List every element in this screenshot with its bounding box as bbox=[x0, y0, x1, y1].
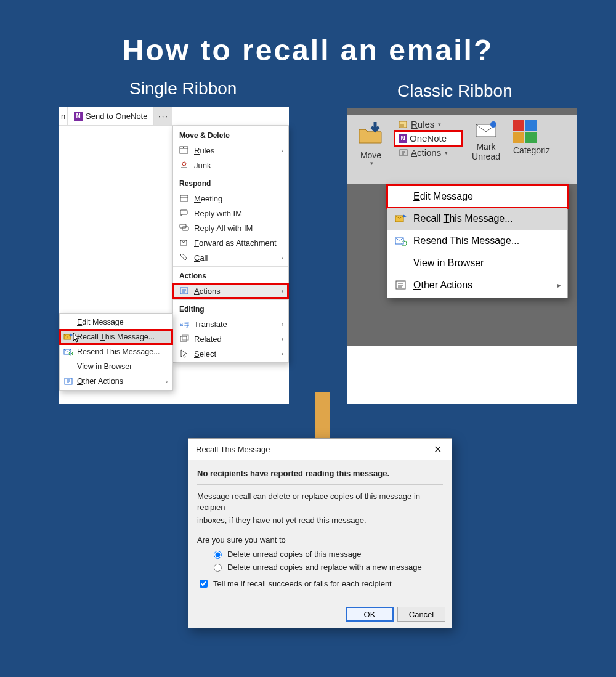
resend-label: Resend This Message... bbox=[413, 235, 519, 246]
reply-all-im-item[interactable]: Reply All with IM bbox=[173, 221, 288, 235]
more-commands-button[interactable]: ··· bbox=[154, 107, 172, 125]
cancel-button[interactable]: Cancel bbox=[397, 607, 445, 622]
edit-message-label: EEdit Messagedit Message bbox=[77, 318, 124, 326]
resend-icon bbox=[63, 347, 73, 357]
junk-icon bbox=[179, 160, 189, 170]
tell-me-checkbox[interactable]: Tell me if recall succeeds or fails for … bbox=[197, 578, 443, 590]
translate-label: Translate bbox=[194, 320, 227, 329]
edit-message-item[interactable]: Edit Message bbox=[387, 185, 567, 208]
meeting-item[interactable]: Meeting bbox=[173, 191, 288, 206]
recall-label: Recall This Message... bbox=[413, 213, 513, 224]
onenote-button[interactable]: N OneNote bbox=[395, 131, 461, 145]
resend-label: Resend This Message... bbox=[77, 347, 160, 356]
chevron-right-icon: › bbox=[282, 321, 283, 328]
junk-item[interactable]: Junk bbox=[173, 158, 288, 172]
resend-message-item[interactable]: Resend This Message... bbox=[387, 230, 567, 252]
meeting-label: Meeting bbox=[194, 194, 222, 203]
radio-replace-input[interactable] bbox=[214, 564, 222, 572]
related-label: Related bbox=[194, 334, 222, 344]
radio-replace[interactable]: Delete unread copies and replace with a … bbox=[211, 562, 443, 572]
dialog-headline: No recipients have reported reading this… bbox=[197, 469, 443, 478]
other-actions-icon bbox=[63, 376, 73, 386]
recall-message-item[interactable]: Recall This Message... bbox=[387, 208, 567, 230]
view-in-browser-label: View in Browser bbox=[77, 362, 132, 371]
classic-toolbar: Move ▾ Rules ▾ N OneNote Actions ▾ bbox=[347, 115, 577, 184]
folder-move-icon bbox=[357, 120, 385, 148]
select-item[interactable]: Select › bbox=[173, 346, 288, 361]
edit-message-item[interactable]: EEdit Messagedit Message bbox=[60, 315, 172, 330]
recall-icon bbox=[63, 332, 73, 342]
dialog-title: Recall This Message bbox=[196, 445, 270, 454]
recall-dialog: Recall This Message ✕ No recipients have… bbox=[188, 438, 452, 628]
radio-replace-label: Delete unread copies and replace with a … bbox=[227, 562, 422, 572]
other-actions-item[interactable]: Other Actions ▸ bbox=[387, 274, 567, 296]
recall-label: Recall This Message... bbox=[77, 333, 155, 341]
dialog-question: Are you sure you want to bbox=[197, 535, 443, 546]
tell-me-input[interactable] bbox=[200, 580, 208, 588]
send-to-onenote-label: Send to OneNote bbox=[86, 111, 147, 121]
ribbon-bar: n N Send to OneNote ··· bbox=[59, 107, 289, 126]
resend-message-item[interactable]: Resend This Message... bbox=[60, 344, 172, 359]
call-label: Call bbox=[194, 253, 208, 262]
radio-delete-input[interactable] bbox=[214, 551, 222, 559]
ok-button[interactable]: OK bbox=[346, 607, 394, 622]
group-editing: Editing bbox=[173, 301, 288, 317]
translate-item[interactable]: a字 Translate › bbox=[173, 317, 288, 331]
related-item[interactable]: Related › bbox=[173, 331, 288, 346]
resend-icon bbox=[395, 235, 407, 247]
onenote-icon: N bbox=[399, 134, 407, 143]
dialog-explain-2: inboxes, if they have not yet read this … bbox=[197, 515, 443, 526]
close-button[interactable]: ✕ bbox=[430, 444, 445, 455]
tell-me-label: Tell me if recall succeeds or fails for … bbox=[213, 579, 392, 588]
related-icon bbox=[179, 334, 189, 344]
categories-icon bbox=[513, 120, 537, 143]
rules-icon bbox=[179, 145, 189, 155]
radio-delete[interactable]: Delete unread copies of this message bbox=[211, 549, 443, 559]
group-actions: Actions bbox=[173, 268, 288, 283]
chat-icon bbox=[179, 208, 189, 218]
group-respond: Respond bbox=[173, 176, 288, 191]
view-in-browser-label: View in Browser bbox=[413, 257, 484, 269]
cursor-icon bbox=[179, 349, 189, 359]
reply-im-label: Reply with IM bbox=[194, 209, 242, 218]
reply-im-item[interactable]: Reply with IM bbox=[173, 206, 288, 221]
actions-label: Actions bbox=[194, 286, 221, 296]
page-title: How to recall an email? bbox=[0, 33, 616, 67]
other-actions-label: Other Actions bbox=[413, 280, 472, 291]
chevron-right-icon: › bbox=[282, 351, 283, 357]
classic-actions-menu: Edit Message Recall This Message... Rese… bbox=[387, 184, 568, 298]
move-button[interactable]: Move ▾ bbox=[347, 115, 395, 184]
other-actions-icon bbox=[395, 279, 407, 291]
actions-item[interactable]: Actions › bbox=[173, 283, 288, 298]
recall-icon bbox=[395, 213, 407, 225]
dropdown-triangle-icon: ▾ bbox=[445, 150, 448, 156]
actions-button[interactable]: Actions ▾ bbox=[395, 145, 461, 160]
dropdown-triangle-icon: ▾ bbox=[438, 121, 441, 128]
blank-icon bbox=[395, 190, 407, 203]
categorize-button[interactable]: Categoriz bbox=[511, 115, 577, 184]
call-item[interactable]: Call › bbox=[173, 250, 288, 265]
rules-button[interactable]: Rules ▾ bbox=[395, 117, 461, 131]
view-in-browser-item[interactable]: View in Browser bbox=[387, 252, 567, 274]
rules-label: Rules bbox=[194, 146, 214, 155]
rules-icon bbox=[399, 120, 408, 129]
chevron-right-icon: › bbox=[282, 254, 283, 261]
group-move-delete: Move & Delete bbox=[173, 128, 288, 143]
svg-point-19 bbox=[490, 121, 496, 128]
ribbon-truncated-button[interactable]: n bbox=[59, 107, 68, 125]
other-actions-item[interactable]: Other Actions › bbox=[60, 374, 172, 389]
actions-icon bbox=[399, 148, 408, 158]
svg-rect-3 bbox=[180, 210, 187, 214]
mark-label1: Mark bbox=[476, 142, 495, 152]
send-to-onenote-button[interactable]: N Send to OneNote bbox=[68, 107, 154, 125]
junk-label: Junk bbox=[194, 161, 211, 170]
rules-item[interactable]: Rules › bbox=[173, 143, 288, 158]
letter: n bbox=[61, 111, 65, 121]
forward-attachment-item[interactable]: Forward as Attachment bbox=[173, 235, 288, 250]
body-area bbox=[347, 346, 577, 404]
mark-unread-button[interactable]: Mark Unread bbox=[461, 115, 511, 184]
actions-label: Actions bbox=[411, 147, 441, 158]
view-in-browser-item[interactable]: View in Browser bbox=[60, 359, 172, 374]
mark-label2: Unread bbox=[472, 152, 500, 161]
chat-multi-icon bbox=[179, 223, 189, 233]
